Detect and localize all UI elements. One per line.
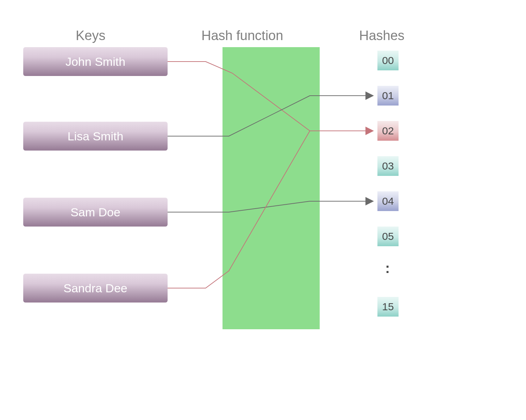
key-label: Lisa Smith bbox=[68, 129, 124, 143]
hash-function-box bbox=[223, 47, 320, 329]
key-label: Sandra Dee bbox=[63, 281, 127, 295]
hash-box-00: 00 bbox=[377, 51, 399, 70]
hash-box-01: 01 bbox=[377, 86, 399, 106]
key-box-lisa-smith: Lisa Smith bbox=[23, 122, 168, 151]
hash-ellipsis: : bbox=[385, 260, 390, 276]
keys-header: Keys bbox=[76, 28, 105, 43]
hash-box-05: 05 bbox=[377, 227, 399, 246]
hash-value: 00 bbox=[382, 55, 394, 66]
key-box-sam-doe: Sam Doe bbox=[23, 198, 168, 227]
hash-box-03: 03 bbox=[377, 156, 399, 176]
hash-value: 01 bbox=[382, 90, 394, 102]
hash-value: 05 bbox=[382, 230, 394, 242]
func-header: Hash function bbox=[201, 28, 283, 43]
hash-box-04: 04 bbox=[377, 191, 399, 211]
hash-box-15: 15 bbox=[377, 297, 399, 317]
key-label: John Smith bbox=[65, 55, 125, 69]
key-box-sandra-dee: Sandra Dee bbox=[23, 274, 168, 303]
hash-value: 02 bbox=[382, 125, 394, 137]
key-box-john-smith: John Smith bbox=[23, 47, 168, 76]
hash-box-02: 02 bbox=[377, 121, 399, 141]
hash-value: 15 bbox=[382, 301, 394, 313]
key-label: Sam Doe bbox=[70, 205, 120, 219]
hash-value: 03 bbox=[382, 160, 394, 172]
hashes-header: Hashes bbox=[359, 28, 405, 43]
hash-value: 04 bbox=[382, 195, 394, 207]
